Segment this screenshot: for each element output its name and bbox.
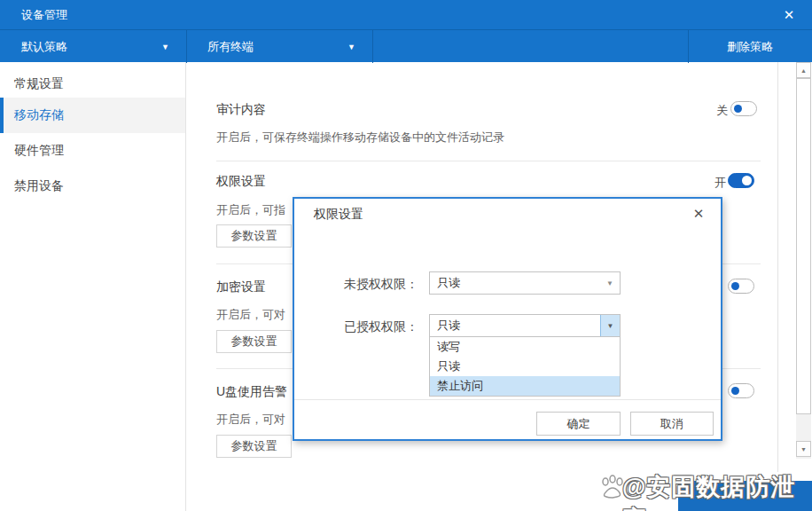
toggle-knob [731,387,739,395]
audit-toggle[interactable] [730,101,757,116]
window-titlebar: 设备管理 ✕ [0,0,812,29]
chevron-down-icon: ▼ [606,279,613,287]
permission-dropdown-list: 读写 只读 禁止访问 [429,337,621,397]
select-value: 只读 [437,318,460,334]
encryption-params-button[interactable]: 参数设置 [216,330,292,353]
sidebar-item-disabled-devices[interactable]: 禁用设备 [0,173,185,200]
terminal-dropdown[interactable]: 所有终端 [207,30,254,63]
ok-button[interactable]: 确定 [536,412,621,436]
dialog-footer-divider [294,399,721,400]
policy-dropdown-label: 默认策略 [21,39,67,55]
dropdown-option-no-access[interactable]: 禁止访问 [430,376,620,396]
cancel-button[interactable]: 取消 [630,412,714,436]
dialog-title: 权限设置 [314,207,363,223]
unauthorized-permission-label: 未授权权限： [339,277,418,293]
toggle-knob [742,176,752,185]
section-desc-encryption: 开启后，可对 [216,307,285,323]
select-value: 只读 [437,275,460,291]
section-desc-usb-alert: 开启后，可对 [216,412,285,428]
authorized-permission-label: 已授权权限： [339,319,418,335]
section-title-encryption: 加密设置 [216,279,266,295]
terminal-dropdown-label: 所有终端 [207,39,254,55]
usb-alert-toggle[interactable] [728,383,754,398]
toggle-knob [734,105,742,113]
sidebar-item-general[interactable]: 常规设置 [0,71,185,98]
vertical-scrollbar[interactable]: ▲ ▼ [796,62,811,459]
section-title-audit: 审计内容 [216,102,266,118]
permission-params-button[interactable]: 参数设置 [216,224,292,248]
permission-toggle[interactable] [728,173,754,188]
sidebar-item-mobile-storage[interactable]: 移动存储 [0,98,185,133]
authorized-permission-select[interactable]: 只读 ▼ [429,314,621,337]
device-management-window: 设备管理 ✕ 默认策略 ▼ 所有终端 ▼ 删除策略 常规设置 移动存储 硬件管理… [0,0,812,511]
audit-toggle-label: 关 [716,103,728,119]
section-divider [216,161,761,161]
section-desc-permission: 开启后，可指 [216,202,285,218]
section-desc-audit: 开启后，可保存终端操作移动存储设备中的文件活动记录 [216,130,504,145]
section-title-permission: 权限设置 [216,174,266,190]
usb-alert-params-button[interactable]: 参数设置 [216,435,292,458]
permission-toggle-label: 开 [714,175,726,191]
dropdown-option-read-write[interactable]: 读写 [430,337,620,357]
toolbar-divider [372,30,373,63]
policy-dropdown[interactable]: 默认策略 [21,30,67,63]
delete-policy-label: 删除策略 [727,39,773,55]
chevron-down-icon: ▼ [161,43,169,51]
scrollbar-thumb[interactable] [796,78,811,414]
policy-toolbar: 默认策略 ▼ 所有终端 ▼ 删除策略 [0,29,812,62]
delete-policy-button[interactable]: 删除策略 [688,30,812,63]
dropdown-option-read-only[interactable]: 只读 [430,357,620,376]
chevron-down-icon: ▼ [347,43,355,51]
encryption-toggle[interactable] [728,279,754,294]
toolbar-divider [186,30,187,63]
scroll-up-icon[interactable]: ▲ [796,62,811,78]
content-right-border [777,62,778,472]
dialog-close-icon[interactable]: ✕ [689,204,708,224]
settings-sidebar: 常规设置 移动存储 硬件管理 禁用设备 [0,62,186,511]
close-icon[interactable]: ✕ [778,0,800,29]
permission-settings-dialog: 权限设置 ✕ 未授权权限： 只读 ▼ 已授权权限： 只读 ▼ 读写 只读 禁止访… [293,197,722,441]
section-title-usb-alert: U盘使用告警 [216,384,287,400]
window-title: 设备管理 [21,7,67,23]
scroll-down-icon[interactable]: ▼ [796,441,811,457]
unauthorized-permission-select[interactable]: 只读 ▼ [429,271,621,295]
chevron-down-icon[interactable]: ▼ [600,315,620,336]
sidebar-item-hardware[interactable]: 硬件管理 [0,138,185,164]
toggle-knob [731,282,739,290]
watermark-text: @安固数据防泄密 [622,471,812,511]
